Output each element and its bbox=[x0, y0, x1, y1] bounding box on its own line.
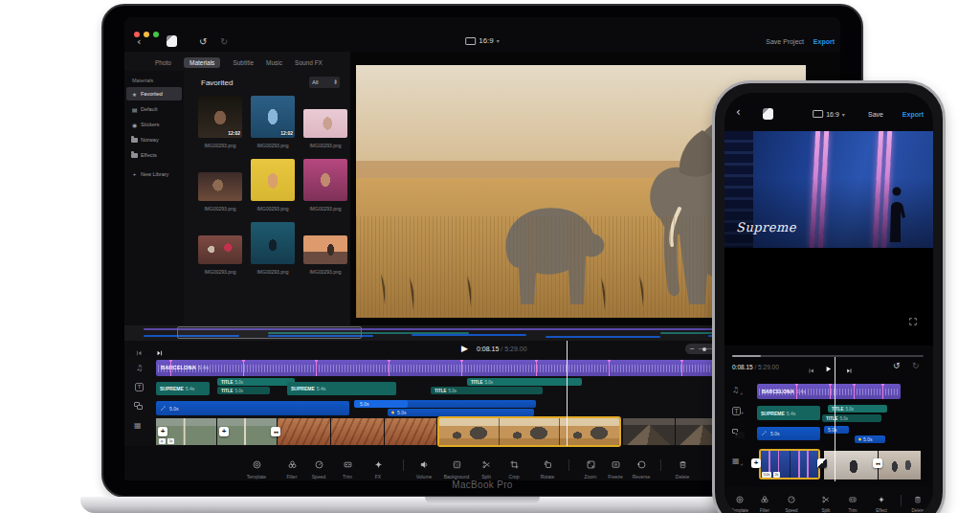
library-item[interactable]: IMG00293.png bbox=[303, 158, 347, 213]
play-button[interactable] bbox=[824, 360, 833, 377]
playhead[interactable] bbox=[567, 341, 568, 446]
sidebar-item-favorited[interactable]: ★Favorited bbox=[126, 87, 182, 100]
toolbar-fx-button[interactable]: FX bbox=[362, 457, 394, 480]
sidebar-item-stickers[interactable]: ◉Stickers bbox=[126, 118, 182, 131]
pip-clip[interactable]: 5.0s bbox=[855, 435, 885, 443]
pip-clip[interactable]: 5.0s bbox=[156, 401, 349, 415]
save-button[interactable]: Save bbox=[868, 111, 883, 118]
redo-button[interactable]: ↻ bbox=[912, 361, 920, 370]
toolbar-background-button[interactable]: Background bbox=[440, 457, 473, 480]
next-marker-button[interactable] bbox=[845, 362, 854, 379]
toolbar-trim-button[interactable]: Trim bbox=[331, 457, 364, 480]
library-item[interactable]: IMG00293.png bbox=[251, 158, 295, 213]
project-icon[interactable] bbox=[167, 35, 177, 47]
video-clip-elephants-selected[interactable] bbox=[437, 416, 621, 447]
export-button[interactable]: Export bbox=[813, 38, 835, 45]
toolbar-rotate-button[interactable]: Rotate bbox=[531, 457, 564, 480]
back-button[interactable]: ‹ bbox=[137, 36, 141, 47]
video-clip-people[interactable] bbox=[879, 451, 921, 480]
previous-marker-button[interactable] bbox=[807, 362, 815, 379]
slide-transition-icon[interactable] bbox=[817, 458, 827, 468]
fullscreen-icon[interactable] bbox=[908, 313, 918, 330]
pip-clip[interactable]: 5.0s bbox=[354, 400, 536, 408]
toolbar-speed-button[interactable]: Speed bbox=[779, 491, 804, 513]
export-button[interactable]: Export bbox=[902, 111, 924, 118]
media-thumbnail[interactable] bbox=[303, 159, 347, 201]
tab-photo[interactable]: Photo bbox=[155, 59, 171, 66]
text-clip-supreme[interactable]: SUPREME5.4s bbox=[287, 382, 396, 395]
library-item[interactable]: 12:02IMG00293.png bbox=[198, 95, 242, 150]
undo-button[interactable]: ↺ bbox=[199, 36, 207, 47]
toolbar-speed-button[interactable]: Speed bbox=[302, 457, 335, 480]
zoom-out-icon[interactable]: − bbox=[690, 346, 695, 353]
transition-icon[interactable]: ▸◂ bbox=[271, 427, 280, 436]
library-item[interactable]: IMG00293.png bbox=[303, 221, 347, 277]
toolbar-filter-button[interactable]: Filter bbox=[752, 491, 777, 513]
tab-music[interactable]: Music bbox=[266, 59, 282, 66]
pip-clip[interactable]: 5.0s bbox=[824, 426, 849, 434]
media-thumbnail[interactable] bbox=[303, 109, 347, 138]
sidebar-item-effects[interactable]: Effects bbox=[126, 148, 182, 162]
music-clip-barcelona[interactable]: BARCELONA5.4s bbox=[757, 384, 901, 399]
pip-clip[interactable]: 5.0s bbox=[388, 409, 534, 416]
toolbar-trim-button[interactable]: Trim bbox=[840, 491, 865, 513]
aspect-ratio-selector[interactable]: 16:9 ▾ bbox=[465, 36, 500, 45]
media-thumbnail[interactable] bbox=[251, 222, 295, 264]
library-item[interactable]: 12:02IMG00293.png bbox=[251, 95, 295, 150]
add-pip-track-icon[interactable]: + bbox=[732, 429, 741, 436]
text-clip-title[interactable]: TITLE5.0s bbox=[217, 387, 270, 394]
pip-clip[interactable]: 5.0s bbox=[757, 427, 820, 440]
media-thumbnail[interactable] bbox=[198, 235, 242, 264]
library-item[interactable]: IMG00293.png bbox=[198, 221, 242, 277]
redo-button[interactable]: ↻ bbox=[220, 36, 228, 47]
zoom-slider-knob[interactable] bbox=[702, 347, 706, 351]
playhead[interactable] bbox=[835, 357, 835, 481]
text-clip-title[interactable]: TITLE5.0s bbox=[467, 378, 582, 386]
library-item[interactable]: IMG00293.png bbox=[251, 221, 295, 277]
text-clip-title[interactable]: TITLE5.0s bbox=[431, 387, 543, 394]
back-button[interactable]: ‹ bbox=[736, 105, 741, 119]
video-clip-pyramids[interactable] bbox=[623, 418, 675, 445]
toolbar-reverse-button[interactable]: Reverse bbox=[625, 457, 657, 480]
new-library-button[interactable]: +New Library bbox=[126, 167, 182, 181]
video-clip-camels[interactable] bbox=[278, 418, 330, 445]
play-button[interactable]: ▶ bbox=[461, 344, 468, 353]
add-music-track-icon[interactable]: ♫+ bbox=[732, 386, 739, 394]
transition-icon[interactable]: ▸◂ bbox=[873, 458, 882, 468]
tab-materials[interactable]: Materials bbox=[184, 57, 220, 68]
save-project-button[interactable]: Save Project bbox=[766, 38, 804, 45]
library-item[interactable]: IMG00293.png bbox=[198, 158, 242, 213]
toolbar-template-button[interactable]: Template bbox=[240, 457, 273, 480]
toolbar-delete-button[interactable]: Delete bbox=[666, 457, 699, 480]
add-transition-button[interactable]: + bbox=[751, 458, 761, 468]
toolbar-volume-button[interactable]: Volume bbox=[408, 457, 440, 480]
tab-subtitle[interactable]: Subtitle bbox=[233, 59, 254, 66]
video-clip-camels[interactable] bbox=[331, 418, 384, 445]
toolbar-delete-button[interactable]: Delete bbox=[905, 491, 930, 513]
add-text-track-icon[interactable]: T+ bbox=[732, 407, 741, 415]
toolbar-crop-button[interactable]: Crop bbox=[498, 457, 530, 480]
text-clip-title[interactable]: TITLE5.0s bbox=[217, 378, 295, 386]
text-clip-title[interactable]: TITLE5.0s bbox=[828, 405, 887, 413]
library-filter-dropdown[interactable]: All ▲▼ bbox=[309, 77, 340, 88]
sidebar-item-norway[interactable]: Norway bbox=[126, 133, 182, 146]
toolbar-effect-button[interactable]: Effect bbox=[869, 491, 894, 513]
media-thumbnail[interactable] bbox=[251, 159, 295, 201]
aspect-ratio-selector[interactable]: 16:9 ▾ bbox=[813, 110, 845, 118]
toolbar-split-button[interactable]: Split bbox=[813, 491, 838, 513]
timeline-scroll-indicator[interactable] bbox=[732, 355, 924, 357]
sidebar-item-default[interactable]: ▤Default bbox=[126, 102, 182, 116]
library-item[interactable]: IMG00293.png bbox=[303, 95, 347, 150]
toolbar-template-button[interactable]: Template bbox=[727, 491, 752, 513]
tab-soundfx[interactable]: Sound FX bbox=[295, 59, 323, 66]
undo-button[interactable]: ↺ bbox=[893, 361, 901, 370]
add-transition-button[interactable]: + bbox=[219, 427, 229, 436]
text-clip-supreme[interactable]: SUPREME5.4s bbox=[156, 382, 210, 395]
add-transition-button[interactable]: + bbox=[158, 427, 167, 436]
add-media-track-icon[interactable]: ▦+ bbox=[732, 457, 740, 465]
project-icon[interactable] bbox=[763, 108, 773, 120]
minimap-viewport[interactable] bbox=[177, 326, 362, 339]
video-clip-man[interactable] bbox=[824, 451, 878, 480]
media-thumbnail[interactable] bbox=[303, 235, 347, 264]
video-clip-camels[interactable] bbox=[385, 418, 436, 445]
